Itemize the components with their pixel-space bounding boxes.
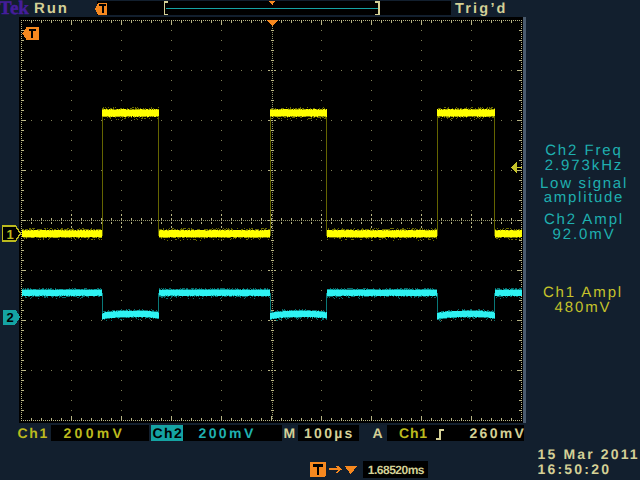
svg-text:Run: Run <box>34 0 69 17</box>
svg-text:92.0mV: 92.0mV <box>552 226 615 243</box>
svg-text:M: M <box>284 425 297 441</box>
svg-text:16:50:20: 16:50:20 <box>538 461 612 477</box>
svg-text:Ch1 Ampl: Ch1 Ampl <box>543 284 623 301</box>
svg-text:480mV: 480mV <box>554 299 611 316</box>
svg-text:200mV: 200mV <box>64 425 126 441</box>
svg-text:1: 1 <box>7 227 14 242</box>
svg-text:Ch2: Ch2 <box>153 425 184 441</box>
svg-text:2: 2 <box>7 310 14 325</box>
svg-text:2.973kHz: 2.973kHz <box>545 157 624 174</box>
svg-text:200mV: 200mV <box>199 425 256 441</box>
svg-text:A: A <box>373 425 384 441</box>
svg-text:260mV: 260mV <box>470 425 527 441</box>
svg-text:Tek: Tek <box>0 0 29 19</box>
svg-text:15 Mar 2011: 15 Mar 2011 <box>538 446 640 462</box>
svg-text:Ch1: Ch1 <box>18 425 50 441</box>
svg-text:1.68520ms: 1.68520ms <box>368 463 425 477</box>
svg-text:Trig’d: Trig’d <box>455 1 508 17</box>
svg-text:100µs: 100µs <box>304 425 355 441</box>
svg-text:Ch1: Ch1 <box>399 425 428 441</box>
svg-text:amplitude: amplitude <box>544 189 624 206</box>
